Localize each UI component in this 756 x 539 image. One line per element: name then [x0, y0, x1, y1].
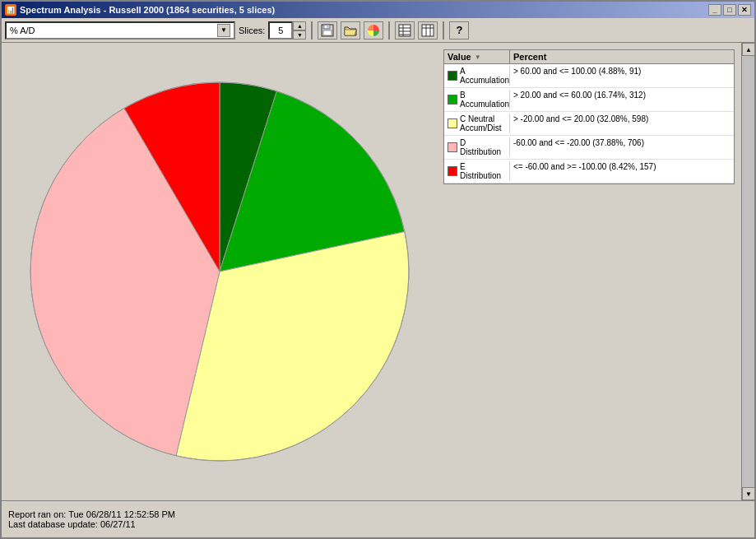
- col-percent-label: Percent: [513, 52, 546, 62]
- legend-range: <= -60.00 and >= -100.00 (8.42%, 157): [510, 161, 734, 172]
- pie-chart-button[interactable]: [364, 21, 383, 39]
- legend-label: C Neutral Accum/Dist: [460, 114, 506, 132]
- legend-label: D Distribution: [460, 138, 506, 156]
- legend-label: A Accumulation: [460, 67, 509, 85]
- legend-table: Value ▼ Percent A Accumulation > 60.00 a…: [443, 49, 735, 184]
- legend-color-swatch: [448, 118, 457, 128]
- slices-label: Slices:: [239, 26, 265, 35]
- legend-value-cell: B Accumulation: [444, 90, 510, 109]
- sort-icon[interactable]: ▼: [475, 53, 481, 61]
- main-content: Value ▼ Percent A Accumulation > 60.00 a…: [2, 43, 754, 500]
- legend-range: > 20.00 and <= 60.00 (16.74%, 312): [510, 90, 734, 100]
- legend-value-cell: C Neutral Accum/Dist: [444, 114, 510, 133]
- help-button[interactable]: ?: [449, 21, 469, 39]
- legend-range: > -20.00 and <= 20.00 (32.08%, 598): [510, 114, 734, 124]
- footer: Report ran on: Tue 06/28/11 12:52:58 PM …: [2, 500, 754, 537]
- close-button[interactable]: ✕: [738, 4, 751, 16]
- right-panel: Value ▼ Percent A Accumulation > 60.00 a…: [437, 43, 754, 500]
- col-percent-header[interactable]: Percent: [510, 50, 734, 63]
- col-value-label: Value: [448, 52, 471, 62]
- legend-row: B Accumulation > 20.00 and <= 60.00 (16.…: [444, 88, 734, 112]
- legend-color-swatch: [448, 95, 457, 105]
- main-window: 📊 Spectrum Analysis - Russell 2000 (1864…: [0, 0, 756, 539]
- svg-rect-3: [325, 26, 327, 28]
- legend-rows: A Accumulation > 60.00 and <= 100.00 (4.…: [444, 64, 734, 184]
- window-controls: _ □ ✕: [708, 4, 751, 16]
- slices-control: 5 ▲ ▼: [268, 21, 306, 39]
- toolbar-separator-3: [443, 21, 444, 39]
- pie-chart: [14, 66, 425, 477]
- legend-area: Value ▼ Percent A Accumulation > 60.00 a…: [437, 43, 741, 500]
- slices-input[interactable]: 5: [268, 21, 293, 39]
- table-icon: [398, 24, 411, 37]
- toolbar-separator-1: [311, 21, 313, 39]
- columns-button[interactable]: [418, 21, 438, 39]
- save-button[interactable]: [318, 21, 337, 39]
- svg-rect-2: [323, 30, 332, 35]
- col-value-header[interactable]: Value ▼: [444, 50, 510, 63]
- maximize-button[interactable]: □: [723, 4, 736, 16]
- scroll-up-button[interactable]: ▲: [742, 43, 754, 56]
- legend-header: Value ▼ Percent: [444, 50, 734, 64]
- open-icon: [344, 24, 357, 37]
- legend-row: E Distribution <= -60.00 and >= -100.00 …: [444, 160, 734, 184]
- legend-label: B Accumulation: [460, 91, 509, 109]
- legend-range: > 60.00 and <= 100.00 (4.88%, 91): [510, 66, 734, 77]
- legend-range: -60.00 and <= -20.00 (37.88%, 706): [510, 137, 734, 148]
- report-ran-text: Report ran on: Tue 06/28/11 12:52:58 PM: [8, 509, 748, 519]
- columns-icon: [421, 24, 434, 37]
- window-title: Spectrum Analysis - Russell 2000 (1864 s…: [20, 5, 275, 15]
- slices-spinner: ▲ ▼: [293, 21, 306, 39]
- legend-row: A Accumulation > 60.00 and <= 100.00 (4.…: [444, 64, 734, 88]
- legend-row: C Neutral Accum/Dist > -20.00 and <= 20.…: [444, 112, 734, 136]
- analysis-dropdown[interactable]: % A/D ▼: [5, 21, 235, 39]
- dropdown-arrow[interactable]: ▼: [217, 24, 230, 37]
- scrollbar: ▲ ▼: [741, 43, 754, 500]
- app-icon: 📊: [5, 4, 16, 16]
- spin-down-button[interactable]: ▼: [293, 30, 306, 39]
- legend-color-swatch: [448, 71, 457, 81]
- help-icon: ?: [456, 24, 462, 36]
- svg-rect-9: [422, 25, 434, 36]
- spin-up-button[interactable]: ▲: [293, 21, 306, 30]
- toolbar-separator-2: [388, 21, 390, 39]
- legend-color-swatch: [448, 142, 457, 152]
- legend-value-cell: D Distribution: [444, 137, 510, 157]
- legend-value-cell: E Distribution: [444, 161, 510, 181]
- legend-value-cell: A Accumulation: [444, 66, 510, 86]
- pie-chart-icon: [367, 24, 380, 37]
- table-button[interactable]: [395, 21, 415, 39]
- legend-color-swatch: [448, 166, 457, 176]
- toolbar: % A/D ▼ Slices: 5 ▲ ▼: [2, 18, 754, 43]
- last-update-text: Last database update: 06/27/11: [8, 519, 748, 529]
- scroll-track[interactable]: [742, 56, 754, 487]
- open-button[interactable]: [341, 21, 360, 39]
- scroll-down-button[interactable]: ▼: [742, 487, 754, 500]
- legend-row: D Distribution -60.00 and <= -20.00 (37.…: [444, 136, 734, 160]
- dropdown-value: % A/D: [10, 26, 35, 35]
- minimize-button[interactable]: _: [708, 4, 721, 16]
- title-bar: 📊 Spectrum Analysis - Russell 2000 (1864…: [2, 2, 754, 18]
- title-bar-left: 📊 Spectrum Analysis - Russell 2000 (1864…: [5, 4, 275, 16]
- save-icon: [321, 24, 334, 37]
- legend-label: E Distribution: [460, 162, 506, 180]
- chart-area: [2, 43, 437, 500]
